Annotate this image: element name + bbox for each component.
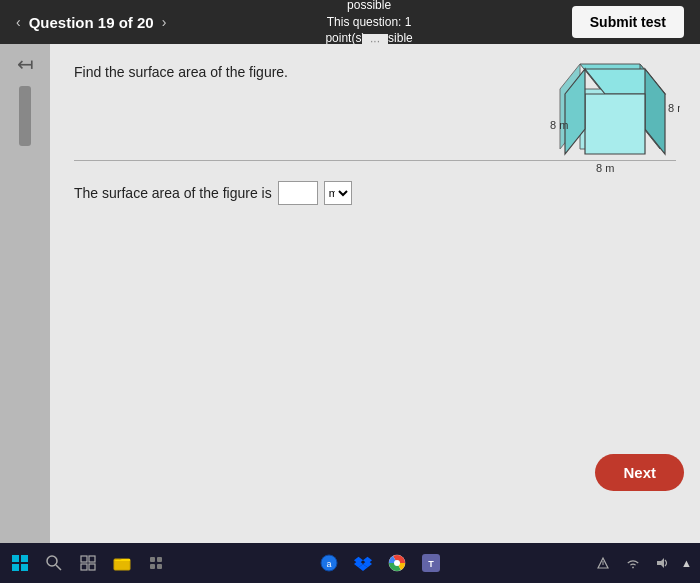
top-bar: ‹ Question 19 of 20 › possible This ques…: [0, 0, 700, 44]
divider-dots: ···: [362, 34, 388, 48]
svg-marker-31: [657, 558, 664, 568]
browser-icon[interactable]: a: [317, 551, 341, 575]
wifi-icon[interactable]: [621, 551, 645, 575]
svg-rect-17: [150, 564, 155, 569]
section-divider: [74, 160, 676, 161]
taskbar: a T ▲: [0, 543, 700, 583]
svg-marker-5: [645, 69, 665, 154]
cube-dim-bottom: 8 m: [596, 162, 614, 174]
left-sidebar: ↤: [0, 44, 50, 543]
this-question-text: This question: 1: [325, 14, 412, 31]
svg-text:a: a: [326, 559, 331, 569]
cube-svg: 8 m 8 m 8 m: [530, 54, 680, 184]
start-button[interactable]: [8, 551, 32, 575]
svg-rect-12: [81, 564, 87, 570]
apps-icon[interactable]: [144, 551, 168, 575]
svg-rect-10: [81, 556, 87, 562]
tray-icon-1[interactable]: [591, 551, 615, 575]
nav-left: ‹ Question 19 of 20 ›: [16, 14, 166, 31]
cube-figure: 8 m 8 m 8 m: [530, 54, 680, 188]
svg-rect-16: [157, 557, 162, 562]
svg-text:T: T: [428, 559, 434, 569]
surface-area-input[interactable]: [278, 181, 318, 205]
system-tray: ▲: [591, 551, 692, 575]
svg-rect-18: [157, 564, 162, 569]
cube-dim-left: 8 m: [550, 119, 568, 131]
svg-marker-6: [585, 94, 645, 154]
next-button[interactable]: Next: [595, 454, 684, 491]
file-explorer-icon[interactable]: [110, 551, 134, 575]
dropbox-icon[interactable]: [351, 551, 375, 575]
unit-select[interactable]: m² m m³: [324, 181, 352, 205]
main-content: ↤: [0, 44, 700, 543]
svg-rect-13: [89, 564, 95, 570]
search-taskbar-icon[interactable]: [42, 551, 66, 575]
chrome-icon[interactable]: [385, 551, 409, 575]
svg-point-27: [394, 560, 400, 566]
submit-test-button[interactable]: Submit test: [572, 6, 684, 38]
answer-prefix-text: The surface area of the figure is: [74, 185, 272, 201]
volume-icon[interactable]: [651, 551, 675, 575]
cube-dim-right: 8 m: [668, 102, 680, 114]
svg-point-8: [47, 556, 57, 566]
center-taskbar-icons: a T: [178, 551, 581, 575]
prev-question-button[interactable]: ‹: [16, 14, 21, 30]
scroll-thumb[interactable]: [19, 86, 31, 146]
task-view-icon[interactable]: [76, 551, 100, 575]
svg-rect-11: [89, 556, 95, 562]
points-possible-text: possible: [325, 0, 412, 14]
question-area: 8 m 8 m 8 m Find the surface area of the…: [50, 44, 700, 543]
svg-line-9: [56, 565, 61, 570]
teams-icon[interactable]: T: [419, 551, 443, 575]
next-question-button[interactable]: ›: [162, 14, 167, 30]
system-time: ▲: [681, 557, 692, 569]
svg-rect-15: [150, 557, 155, 562]
collapse-arrow-icon[interactable]: ↤: [17, 52, 34, 76]
question-counter: Question 19 of 20: [29, 14, 154, 31]
